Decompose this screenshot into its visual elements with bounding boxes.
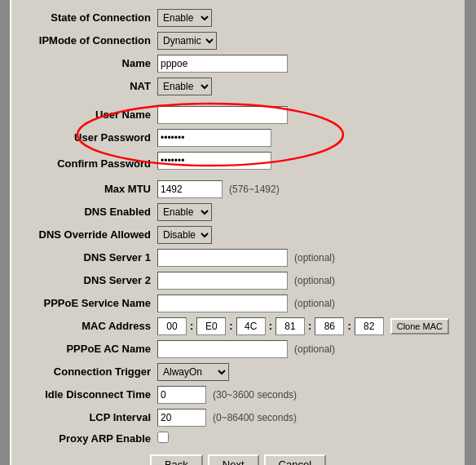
- next-button[interactable]: Next: [208, 454, 259, 466]
- max-mtu-input[interactable]: [157, 180, 223, 198]
- dns-override-label: DNS Override Allowed: [20, 224, 154, 246]
- dns-override-select[interactable]: Disable Enable: [157, 226, 212, 244]
- form-table: State of Connection Enable Disable IPMod…: [20, 7, 456, 448]
- nat-row: NAT Enable Disable: [20, 75, 456, 98]
- confirm-password-input[interactable]: [157, 152, 271, 170]
- idle-disconnect-label: Idle Disconnect Time: [20, 383, 154, 406]
- dns-server2-hint: (optional): [294, 275, 335, 286]
- lcp-interval-row: LCP Interval (0~86400 seconds): [20, 406, 456, 429]
- ipmode-row: IPMode of Connection Dynamic Static: [20, 29, 456, 52]
- mac-field-2[interactable]: [196, 317, 226, 335]
- dns-override-row: DNS Override Allowed Disable Enable: [20, 224, 456, 246]
- dns-enabled-label: DNS Enabled: [20, 201, 154, 224]
- mac-address-row: MAC Address : : : : :: [20, 315, 456, 338]
- back-button[interactable]: Back: [150, 454, 203, 466]
- confirm-password-label: Confirm Password: [20, 149, 154, 178]
- state-of-connection-select[interactable]: Enable Disable: [157, 9, 212, 27]
- nat-select[interactable]: Enable Disable: [157, 78, 212, 95]
- dns-server1-row: DNS Server 1 (optional): [20, 246, 456, 269]
- name-row: Name: [20, 52, 456, 75]
- mac-field-3[interactable]: [236, 317, 266, 335]
- userpassword-row: User Password: [20, 126, 456, 149]
- userpassword-input[interactable]: [157, 129, 271, 147]
- dns-server1-input[interactable]: [157, 249, 288, 267]
- dns-enabled-row: DNS Enabled Enable Disable: [20, 201, 456, 224]
- name-input[interactable]: [157, 55, 288, 73]
- proxy-arp-label: Proxy ARP Enable: [20, 429, 154, 448]
- pppoe-service-input[interactable]: [157, 294, 288, 312]
- state-of-connection-label: State of Connection: [20, 7, 154, 29]
- pppoe-ac-row: PPPoE AC Name (optional): [20, 338, 456, 361]
- confirm-password-row: Confirm Password: [20, 149, 456, 178]
- dns-server1-label: DNS Server 1: [20, 246, 154, 269]
- proxy-arp-checkbox[interactable]: [157, 432, 169, 443]
- button-row: Back Next Cancel: [20, 454, 456, 466]
- connection-trigger-label: Connection Trigger: [20, 361, 154, 383]
- dns-server2-label: DNS Server 2: [20, 269, 154, 292]
- ipmode-select[interactable]: Dynamic Static: [157, 32, 217, 50]
- ipmode-label: IPMode of Connection: [20, 29, 154, 52]
- pppoe-ac-input[interactable]: [157, 340, 288, 358]
- idle-disconnect-row: Idle Disconnect Time (30~3600 seconds): [20, 383, 456, 406]
- max-mtu-label: Max MTU: [20, 178, 154, 201]
- pppoe-service-label: PPPoE Service Name: [20, 292, 154, 315]
- username-input[interactable]: [157, 106, 288, 124]
- cancel-button[interactable]: Cancel: [264, 454, 326, 466]
- mac-field-6[interactable]: [355, 317, 384, 335]
- credentials-oval-wrapper: [157, 106, 288, 124]
- proxy-arp-row: Proxy ARP Enable: [20, 429, 456, 448]
- max-mtu-row: Max MTU (576~1492): [20, 178, 456, 201]
- pppoe-window: PPPOE State of Connection Enable Disable: [10, 0, 466, 465]
- lcp-interval-label: LCP Interval: [20, 406, 154, 429]
- dns-enabled-select[interactable]: Enable Disable: [157, 203, 212, 221]
- lcp-interval-input[interactable]: [157, 409, 206, 427]
- username-label: User Name: [20, 98, 154, 126]
- mac-field-1[interactable]: [157, 317, 187, 335]
- mac-address-label: MAC Address: [20, 315, 154, 338]
- name-label: Name: [20, 52, 154, 75]
- mac-field-4[interactable]: [275, 317, 305, 335]
- connection-trigger-select[interactable]: AlwayOn OnDemand Manual: [157, 363, 229, 381]
- clone-mac-button[interactable]: Clone MAC: [390, 318, 449, 334]
- idle-disconnect-hint: (30~3600 seconds): [213, 389, 297, 401]
- username-row: User Name: [20, 98, 456, 126]
- idle-disconnect-input[interactable]: [157, 386, 206, 404]
- dns-server2-row: DNS Server 2 (optional): [20, 269, 456, 292]
- connection-trigger-row: Connection Trigger AlwayOn OnDemand Manu…: [20, 361, 456, 383]
- max-mtu-hint: (576~1492): [229, 184, 280, 195]
- pppoe-service-hint: (optional): [294, 298, 335, 309]
- dns-server1-hint: (optional): [294, 252, 335, 264]
- state-of-connection-row: State of Connection Enable Disable: [20, 7, 456, 29]
- dns-server2-input[interactable]: [157, 272, 288, 290]
- pppoe-ac-label: PPPoE AC Name: [20, 338, 154, 361]
- lcp-interval-hint: (0~86400 seconds): [213, 412, 297, 423]
- nat-label: NAT: [20, 75, 154, 98]
- mac-field-5[interactable]: [315, 317, 344, 335]
- userpassword-label: User Password: [20, 126, 154, 149]
- pppoe-ac-hint: (optional): [294, 343, 335, 355]
- pppoe-service-row: PPPoE Service Name (optional): [20, 292, 456, 315]
